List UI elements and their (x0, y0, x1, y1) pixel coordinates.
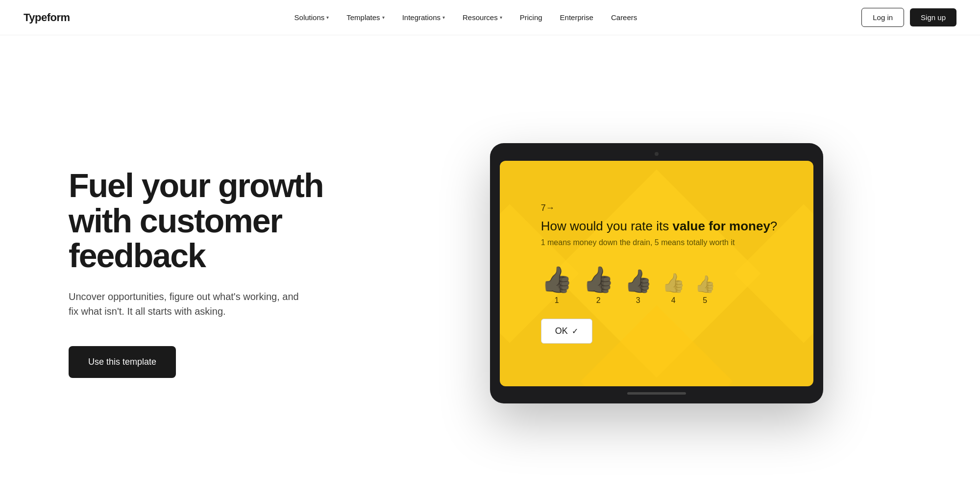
nav-label-enterprise: Enterprise (560, 13, 593, 22)
thumbs-up-icon-1: 👍 (541, 267, 573, 292)
nav-label-resources: Resources (463, 13, 498, 22)
logo[interactable]: Typeform (24, 11, 70, 24)
nav-item-resources[interactable]: Resources ▾ (456, 9, 509, 25)
hero-left: Fuel your growth with customer feedback … (69, 168, 343, 377)
nav-label-solutions: Solutions (294, 13, 325, 22)
ok-label: OK (555, 326, 568, 336)
hero-subtitle: Uncover opportunities, figure out what's… (69, 289, 304, 319)
tablet-home-bar (627, 392, 686, 395)
nav-label-templates: Templates (346, 13, 380, 22)
use-template-button[interactable]: Use this template (69, 346, 176, 378)
hero-section: Fuel your growth with customer feedback … (0, 35, 980, 501)
ok-check-icon: ✓ (572, 326, 578, 336)
hero-right: 7→ How would you rate its value for mone… (372, 143, 941, 403)
login-button[interactable]: Log in (861, 8, 904, 27)
nav-item-careers[interactable]: Careers (604, 9, 644, 25)
thumb-item-1[interactable]: 👍 1 (541, 267, 573, 305)
thumbs-up-icon-2: 👍 (583, 267, 614, 292)
thumb-label-1: 1 (555, 296, 559, 305)
nav-item-pricing[interactable]: Pricing (513, 9, 549, 25)
tablet-camera (655, 152, 659, 156)
signup-button[interactable]: Sign up (910, 8, 956, 26)
question-text-after: ? (770, 219, 777, 233)
question-text-before: How would you rate its (541, 219, 673, 233)
nav-item-integrations[interactable]: Integrations ▾ (395, 9, 452, 25)
question-text: How would you rate its value for money? (541, 218, 778, 235)
thumb-label-3: 3 (636, 296, 640, 305)
question-number: 7→ (541, 203, 778, 213)
thumbs-up-icon-5: 👍 (695, 276, 715, 292)
thumbs-up-icon-4: 👍 (662, 274, 685, 292)
nav-label-pricing: Pricing (520, 13, 542, 22)
navbar: Typeform Solutions ▾ Templates ▾ Integra… (0, 0, 980, 35)
tablet-screen: 7→ How would you rate its value for mone… (500, 161, 813, 386)
hero-title: Fuel your growth with customer feedback (69, 168, 343, 273)
ok-button[interactable]: OK ✓ (541, 319, 592, 344)
chevron-down-icon: ▾ (326, 15, 329, 20)
thumbs-rating-row: 👍 1 👍 2 👍 3 👍 4 (541, 267, 778, 305)
thumb-item-2[interactable]: 👍 2 (583, 267, 614, 305)
nav-item-enterprise[interactable]: Enterprise (553, 9, 600, 25)
thumb-label-5: 5 (703, 296, 707, 305)
nav-label-integrations: Integrations (402, 13, 441, 22)
thumbs-up-icon-3: 👍 (624, 270, 652, 292)
nav-label-careers: Careers (611, 13, 637, 22)
chevron-down-icon: ▾ (442, 15, 445, 20)
nav-actions: Log in Sign up (861, 8, 956, 27)
thumb-label-4: 4 (671, 296, 676, 305)
tablet-form-content: 7→ How would you rate its value for mone… (507, 174, 807, 374)
nav-item-solutions[interactable]: Solutions ▾ (288, 9, 336, 25)
thumb-label-2: 2 (596, 296, 601, 305)
thumb-item-3[interactable]: 👍 3 (624, 270, 652, 305)
chevron-down-icon: ▾ (382, 15, 385, 20)
question-emphasis: value for money (672, 219, 770, 233)
tablet-mockup: 7→ How would you rate its value for mone… (490, 143, 823, 403)
thumb-item-5[interactable]: 👍 5 (695, 276, 715, 305)
chevron-down-icon: ▾ (500, 15, 502, 20)
nav-item-templates[interactable]: Templates ▾ (340, 9, 391, 25)
nav-links: Solutions ▾ Templates ▾ Integrations ▾ R… (288, 9, 644, 25)
question-hint: 1 means money down the drain, 5 means to… (541, 238, 778, 247)
thumb-item-4[interactable]: 👍 4 (662, 274, 685, 305)
